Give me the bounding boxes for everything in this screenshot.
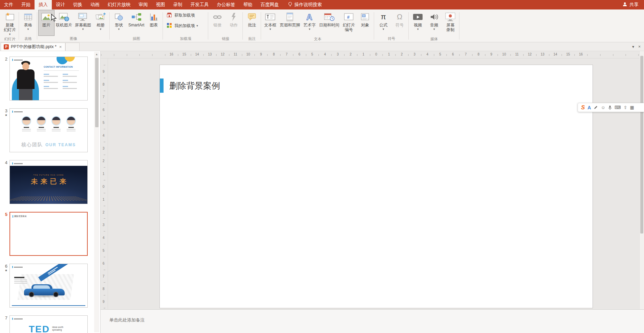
slide-thumbnails-panel: 2 CONTACT INFORMATION bbox=[0, 51, 101, 333]
ime-toolbar[interactable]: S A ☺ ⌨ ⇧ ▦ bbox=[578, 103, 644, 112]
document-tab-title: PPT中的修图功能.pptx * bbox=[11, 44, 57, 50]
slide-number: 2 bbox=[1, 57, 7, 62]
ruler-number: 16 bbox=[579, 52, 583, 56]
ruler-number: 5 bbox=[311, 52, 313, 56]
ruler-number: 11 bbox=[234, 52, 237, 56]
font-icon[interactable]: A bbox=[587, 105, 591, 110]
object-icon bbox=[360, 12, 370, 22]
ribbon-group-text: 文本框 ▾ 页眉和页脚 A 艺术字 ▾ 日期和时间 bbox=[261, 10, 374, 42]
tab-close-icon[interactable]: × bbox=[59, 44, 63, 49]
animation-star bbox=[1, 165, 7, 169]
menu-tab-animations[interactable]: 动画 bbox=[86, 0, 104, 9]
menu-tab-view[interactable]: 视图 bbox=[152, 0, 169, 9]
ruler-number: 9 bbox=[490, 52, 492, 56]
emoji-icon[interactable]: ☺ bbox=[601, 105, 605, 110]
shapes-button[interactable]: 形状 ▾ bbox=[111, 10, 127, 36]
sogou-logo-icon[interactable]: S bbox=[581, 104, 585, 111]
scrollbar-thumb[interactable] bbox=[640, 56, 643, 234]
tab-list-dropdown-icon[interactable]: ▾ bbox=[632, 44, 634, 49]
future-title: 未来已来 bbox=[10, 177, 87, 186]
ruler-number: 8 bbox=[478, 52, 480, 56]
photo-album-button[interactable]: 相册 ▾ bbox=[92, 10, 109, 36]
action-icon bbox=[229, 12, 239, 22]
tell-me-search[interactable]: 操作说明搜索 bbox=[283, 0, 327, 9]
menu-tab-help[interactable]: 帮助 bbox=[239, 0, 257, 9]
ruler-number: 15 bbox=[183, 52, 186, 56]
video-button[interactable]: 视频 ▾ bbox=[410, 10, 426, 36]
textbox-button[interactable]: 文本框 ▾ bbox=[262, 10, 278, 36]
slide-thumbnail-3[interactable]: 3 ★ 核心团队OUR TEAMS bbox=[1, 108, 93, 152]
wordart-button[interactable]: A 艺术字 ▾ bbox=[301, 10, 318, 36]
toolbox-icon[interactable]: ▦ bbox=[630, 105, 634, 110]
equation-button[interactable]: π 公式 ▾ bbox=[375, 10, 391, 36]
menu-tab-insert[interactable]: 插入 bbox=[35, 0, 52, 9]
thumbnail-frame: THE FUTURE HAS COME 未来已来 bbox=[9, 160, 88, 204]
notes-pane[interactable]: 单击此处添加备注 bbox=[101, 309, 644, 333]
menu-tab-baidu-netdisk[interactable]: 百度网盘 bbox=[257, 0, 283, 9]
slide-thumbnail-7[interactable]: 7 TED ideas worth spreading bbox=[1, 315, 93, 333]
pen-icon[interactable] bbox=[594, 105, 598, 110]
mic-icon[interactable] bbox=[608, 105, 612, 110]
slide-thumbnail-4[interactable]: 4 THE FUTURE HAS COME 未来已来 bbox=[1, 160, 93, 204]
menu-tab-office-tab[interactable]: 办公标签 bbox=[213, 0, 239, 9]
keyboard-icon[interactable]: ⌨ bbox=[615, 105, 621, 110]
ruler-number: 16 bbox=[170, 52, 173, 56]
thumbnail-gutter: 7 bbox=[1, 315, 7, 333]
menu-tab-design[interactable]: 设计 bbox=[52, 0, 69, 9]
datetime-button[interactable]: 日期和时间 bbox=[318, 10, 341, 36]
menu-tab-review[interactable]: 审阅 bbox=[135, 0, 152, 9]
ruler-number: 4 bbox=[426, 52, 428, 56]
menu-tab-record[interactable]: 录制 bbox=[169, 0, 187, 9]
object-button[interactable]: 对象 bbox=[357, 10, 373, 36]
slide-thumbnail-2[interactable]: 2 CONTACT INFORMATION bbox=[1, 57, 93, 101]
tab-bar-close-icon[interactable]: × bbox=[638, 44, 641, 49]
menu-tab-transitions[interactable]: 切换 bbox=[69, 0, 86, 9]
my-addins-button[interactable]: 我的加载项 ▾ bbox=[166, 22, 198, 30]
share-button[interactable]: 共享 bbox=[622, 2, 639, 8]
menu-tab-file[interactable]: 文件 bbox=[0, 0, 17, 9]
menu-tab-developer[interactable]: 开发工具 bbox=[187, 0, 213, 9]
document-tab[interactable]: P PPT中的修图功能.pptx * × bbox=[1, 43, 65, 51]
online-pictures-button[interactable]: 联机图片 bbox=[55, 10, 73, 36]
ruler-number: 2 bbox=[401, 52, 403, 56]
textbox-icon bbox=[264, 12, 276, 22]
share-label: 共享 bbox=[629, 2, 639, 8]
table-button[interactable]: 表格 ▾ bbox=[20, 10, 36, 36]
slide-thumbnail-6[interactable]: 6 ★ bbox=[1, 264, 93, 308]
slide-canvas[interactable]: 删除背景案例 bbox=[159, 65, 593, 308]
future-subtitle: THE FUTURE HAS COME bbox=[10, 174, 87, 176]
picture-button[interactable]: 图片 bbox=[38, 10, 55, 36]
store-icon bbox=[166, 12, 173, 19]
ruler-number: 14 bbox=[195, 52, 199, 56]
chart-button[interactable]: 图表 bbox=[146, 10, 162, 36]
editor-scrollbar[interactable] bbox=[639, 51, 644, 309]
thumb-header-placeholder bbox=[12, 162, 23, 164]
slide-title-placeholder[interactable]: 删除背景案例 bbox=[160, 79, 220, 93]
menubar-right: 共享 bbox=[622, 0, 644, 9]
audio-button[interactable]: 音频 ▾ bbox=[426, 10, 442, 36]
slide-thumbnail-5[interactable]: 5 删除背景案例 bbox=[1, 212, 93, 256]
editor-canvas: 删除背景案例 bbox=[101, 59, 639, 309]
city-night-image: THE FUTURE HAS COME 未来已来 bbox=[10, 166, 87, 204]
menu-tab-home[interactable]: 开始 bbox=[17, 0, 35, 9]
animation-star bbox=[1, 62, 7, 65]
ruler-number: 10 bbox=[502, 52, 506, 56]
comment-button[interactable]: 批注 bbox=[244, 10, 260, 36]
header-footer-button[interactable]: 页眉和页脚 bbox=[278, 10, 301, 36]
screen-recording-button[interactable]: 屏幕 录制 bbox=[442, 10, 458, 36]
get-addins-button[interactable]: 获取加载项 bbox=[166, 12, 195, 19]
empty-document-tab[interactable] bbox=[65, 43, 80, 51]
new-slide-button[interactable]: 新建 幻灯片 ▾ bbox=[2, 10, 18, 36]
handwriting-icon[interactable]: ⇧ bbox=[624, 105, 627, 110]
scroll-up-icon[interactable]: ▲ bbox=[95, 52, 98, 56]
action-button: 动作 bbox=[226, 10, 242, 36]
screenshot-button[interactable]: 屏幕截图 ▾ bbox=[73, 10, 92, 36]
ruler-number: 1 bbox=[103, 197, 105, 201]
document-tab-bar: P PPT中的修图功能.pptx * × ▾ × bbox=[0, 42, 644, 51]
smartart-button[interactable]: SmartArt bbox=[127, 10, 146, 36]
thumbnails-scrollbar[interactable]: ▲ bbox=[94, 52, 99, 332]
city-lights bbox=[9, 196, 88, 201]
slide-number-button[interactable]: # 幻灯片 编号 bbox=[341, 10, 357, 36]
scrollbar-thumb[interactable] bbox=[95, 58, 99, 127]
menu-tab-slideshow[interactable]: 幻灯片放映 bbox=[104, 0, 135, 9]
